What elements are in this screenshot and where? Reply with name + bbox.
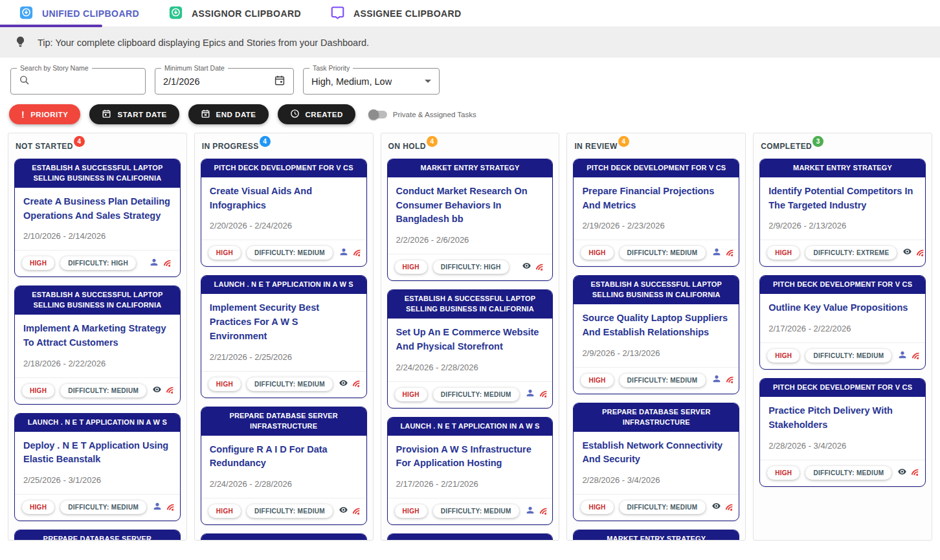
difficulty-chip: DIFFICULTY: MEDIUM bbox=[60, 384, 146, 398]
card-body: Establish Network Connectivity And Secur… bbox=[574, 432, 739, 495]
column-count-badge: 4 bbox=[74, 136, 85, 147]
visibility-icon bbox=[902, 247, 912, 259]
signal-icon bbox=[164, 500, 178, 514]
signal-icon bbox=[908, 465, 923, 480]
date-range: 2/28/2026 - 3/4/2026 bbox=[582, 475, 730, 485]
column-title: COMPLETED bbox=[761, 142, 812, 151]
min-start-date-field[interactable]: Minimum Start Date 2/1/2026 bbox=[155, 68, 294, 95]
task-card[interactable]: ESTABLISH A SUCCESSFUL LAPTOP SELLING BU… bbox=[573, 275, 739, 394]
priority-chip: HIGH bbox=[767, 349, 800, 363]
task-card[interactable]: MARKET ENTRY STRATEGY Conduct Market Res… bbox=[387, 159, 554, 281]
tip-text: Tip: Your complete clipboard displaying … bbox=[38, 38, 369, 48]
private-assigned-toggle[interactable]: Private & Assigned Tasks bbox=[370, 111, 476, 118]
date-range: 2/25/2026 - 3/1/2026 bbox=[23, 475, 172, 485]
task-card[interactable]: LAUNCH . N E T APPLICATION IN A W S Impl… bbox=[201, 275, 367, 398]
toggle-label: Private & Assigned Tasks bbox=[393, 111, 476, 118]
chevron-down-icon bbox=[425, 80, 431, 83]
tab-assignee-clipboard[interactable]: ASSIGNEE CLIPBOARD bbox=[331, 6, 462, 21]
priority-chip: HIGH bbox=[208, 504, 241, 518]
calendar-icon[interactable] bbox=[274, 74, 285, 89]
task-card[interactable]: PITCH DECK DEVELOPMENT FOR V CS Practice… bbox=[759, 378, 926, 486]
story-title: Configure R A I D For Data Redundancy bbox=[210, 443, 358, 471]
epic-title: PITCH DECK DEVELOPMENT FOR V CS bbox=[760, 379, 925, 397]
toggle-switch[interactable] bbox=[370, 111, 387, 118]
difficulty-chip: DIFFICULTY: MEDIUM bbox=[60, 500, 146, 514]
card-footer: HIGH DIFFICULTY: HIGH bbox=[388, 254, 553, 280]
button-label: START DATE bbox=[117, 111, 166, 118]
tab-label: ASSIGNEE CLIPBOARD bbox=[353, 8, 462, 19]
priority-chip: HIGH bbox=[767, 246, 800, 260]
card-footer: HIGH DIFFICULTY: MEDIUM bbox=[574, 494, 739, 521]
card-list[interactable]: PITCH DECK DEVELOPMENT FOR V CS Prepare … bbox=[573, 159, 739, 541]
card-list[interactable]: MARKET ENTRY STRATEGY Identify Potential… bbox=[759, 159, 926, 487]
task-priority-select[interactable]: Task Priority High, Medium, Low bbox=[303, 68, 440, 95]
search-field[interactable]: Search by Story Name bbox=[10, 68, 146, 95]
column-count-badge: 4 bbox=[260, 136, 271, 147]
card-list[interactable]: ESTABLISH A SUCCESSFUL LAPTOP SELLING BU… bbox=[14, 159, 181, 541]
search-icon bbox=[19, 74, 30, 88]
task-card[interactable]: ESTABLISH A SUCCESSFUL LAPTOP SELLING BU… bbox=[14, 159, 181, 277]
story-title: Outline Key Value Propositions bbox=[768, 301, 917, 315]
task-card[interactable]: PITCH DECK DEVELOPMENT FOR V CS Create V… bbox=[201, 159, 367, 267]
person-icon bbox=[711, 247, 722, 260]
column-count-badge: 3 bbox=[812, 136, 823, 147]
filter-row: Search by Story Name Minimum Start Date … bbox=[0, 58, 940, 95]
calendar-icon bbox=[102, 109, 111, 120]
column-title: ON HOLD bbox=[388, 142, 426, 151]
created-sort-button[interactable]: CREATED bbox=[278, 104, 355, 124]
board-column-in-review: IN REVIEW 4 PITCH DECK DEVELOPMENT FOR V… bbox=[566, 133, 746, 541]
epic-title: PREPARE DATABASE SERVER INFRASTRUCTURE bbox=[574, 403, 739, 432]
card-footer: HIGH DIFFICULTY: MEDIUM bbox=[15, 494, 180, 521]
footer-icons bbox=[525, 388, 549, 401]
signal-icon bbox=[350, 504, 364, 518]
task-card[interactable]: PITCH DECK DEVELOPMENT FOR V CS Prepare … bbox=[573, 159, 739, 267]
date-range: 2/20/2026 - 2/24/2026 bbox=[210, 221, 358, 230]
card-body: Set Up An E Commerce Website And Physica… bbox=[388, 319, 553, 381]
task-card[interactable]: LAUNCH . N E T APPLICATION IN A W S Depl… bbox=[14, 413, 181, 521]
task-card[interactable]: MARKET ENTRY STRATEGY Pitch to VCs for B… bbox=[573, 530, 739, 541]
card-list[interactable]: MARKET ENTRY STRATEGY Conduct Market Res… bbox=[387, 159, 554, 541]
task-card[interactable]: ESTABLISH A SUCCESSFUL LAPTOP SELLING BU… bbox=[387, 289, 554, 408]
task-card[interactable]: LAUNCH . N E T APPLICATION IN A W S Prov… bbox=[387, 417, 554, 525]
task-card[interactable]: PREPARE DATABASE SERVER INFRASTRUCTURE E… bbox=[573, 403, 739, 521]
task-card[interactable]: PREPARE DATABASE SERVER INFRASTRUCTURE C… bbox=[201, 407, 367, 525]
person-icon bbox=[897, 350, 908, 363]
column-header: IN REVIEW 4 bbox=[573, 139, 739, 159]
card-list[interactable]: PITCH DECK DEVELOPMENT FOR V CS Create V… bbox=[201, 159, 367, 541]
difficulty-chip: DIFFICULTY: MEDIUM bbox=[620, 374, 706, 387]
search-input[interactable] bbox=[35, 76, 137, 87]
end-date-sort-button[interactable]: END DATE bbox=[188, 104, 269, 124]
column-header: ON HOLD 4 bbox=[387, 139, 554, 159]
card-footer: HIGH DIFFICULTY: MEDIUM bbox=[574, 240, 739, 266]
task-card[interactable]: ESTABLISH A SUCCESSFUL LAPTOP SELLING BU… bbox=[14, 286, 181, 404]
card-body: Implement A Marketing Strategy To Attrac… bbox=[15, 315, 180, 377]
start-date-sort-button[interactable]: START DATE bbox=[89, 104, 179, 124]
priority-sort-button[interactable]: ! PRIORITY bbox=[9, 104, 80, 124]
task-card[interactable]: PREPARE DATABASE SERVER INFRASTRUCTURE A… bbox=[387, 533, 554, 541]
person-icon bbox=[152, 501, 162, 514]
card-body: Configure R A I D For Data Redundancy 2/… bbox=[201, 436, 366, 498]
task-card[interactable]: MARKET ENTRY STRATEGY Identify Potential… bbox=[759, 159, 926, 267]
difficulty-chip: DIFFICULTY: MEDIUM bbox=[805, 466, 891, 480]
story-title: Create Visual Aids And Infographics bbox=[210, 185, 358, 213]
column-count-badge: 4 bbox=[427, 136, 438, 147]
story-title: Prepare Financial Projections And Metric… bbox=[582, 185, 730, 213]
task-card[interactable]: LAUNCH . N E T APPLICATION IN A W S Set … bbox=[201, 533, 367, 541]
tab-assignor-clipboard[interactable]: ASSIGNOR CLIPBOARD bbox=[169, 6, 301, 21]
story-title: Establish Network Connectivity And Secur… bbox=[582, 439, 730, 467]
date-range: 2/24/2026 - 2/28/2026 bbox=[210, 479, 358, 489]
priority-chip: HIGH bbox=[395, 504, 427, 518]
tab-unified-clipboard[interactable]: UNIFIED CLIPBOARD bbox=[19, 6, 139, 21]
card-body: Implement Security Best Practices For A … bbox=[201, 294, 366, 370]
board-column-completed: COMPLETED 3 MARKET ENTRY STRATEGY Identi… bbox=[753, 133, 932, 541]
task-card[interactable]: PITCH DECK DEVELOPMENT FOR V CS Outline … bbox=[759, 275, 926, 370]
story-title: Provision A W S Infrastructure For Appli… bbox=[396, 443, 544, 471]
card-footer: HIGH DIFFICULTY: MEDIUM bbox=[574, 367, 739, 394]
lightbulb-icon bbox=[14, 36, 27, 50]
story-title: Practice Pitch Delivery With Stakeholder… bbox=[768, 404, 917, 432]
card-footer: HIGH DIFFICULTY: MEDIUM bbox=[388, 381, 553, 408]
story-title: Create A Business Plan Detailing Operati… bbox=[23, 195, 172, 223]
signal-icon bbox=[722, 500, 736, 514]
task-card[interactable]: PREPARE DATABASE SERVER INFRASTRUCTURE I… bbox=[14, 530, 181, 541]
date-range: 2/17/2026 - 2/21/2026 bbox=[396, 479, 544, 489]
